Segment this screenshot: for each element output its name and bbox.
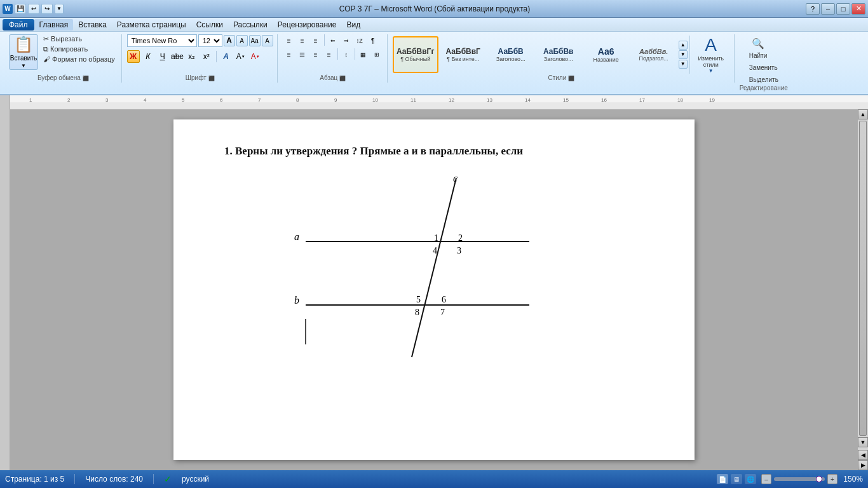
quick-access-customize[interactable]: ▼	[55, 4, 64, 14]
subscript-button[interactable]: x₂	[186, 50, 198, 63]
ruler-corner[interactable]	[0, 95, 10, 109]
style-no-spacing[interactable]: АаБбВвГ ¶ Без инте...	[440, 36, 486, 73]
title-bar: W 💾 ↩ ↪ ▼ СОР 3 7Г – Microsoft Word (Сбо…	[0, 0, 868, 18]
svg-text:3: 3	[105, 97, 109, 103]
font-size-select[interactable]: 12	[198, 34, 222, 47]
maximize-button[interactable]: □	[836, 3, 850, 15]
bold-button[interactable]: Ж	[127, 50, 140, 63]
superscript-button[interactable]: x²	[200, 50, 213, 63]
align-right-button[interactable]: ≡	[309, 48, 322, 61]
paste-button[interactable]: 📋 Вставить ▼	[9, 34, 38, 70]
select-button[interactable]: Выделить	[745, 75, 782, 85]
editing-label: Редактирование	[740, 85, 788, 93]
strikethrough-button[interactable]: abc	[171, 50, 184, 63]
text-effects-button[interactable]: A	[220, 50, 233, 63]
sort-button[interactable]: ↕Z	[353, 34, 366, 47]
quick-access-redo[interactable]: ↪	[41, 4, 53, 14]
help-button[interactable]: ?	[806, 3, 820, 15]
change-styles-button[interactable]: A Изменить стили ▼	[692, 35, 730, 74]
page-info[interactable]: Страница: 1 из 5	[5, 475, 64, 484]
svg-text:2: 2	[67, 97, 71, 103]
decrease-indent-button[interactable]: ⇐	[327, 34, 339, 47]
change-case-button[interactable]: Aa	[249, 35, 261, 46]
font-name-select[interactable]: Times New Ro	[127, 34, 197, 47]
zoom-level[interactable]: 150%	[840, 475, 863, 484]
show-marks-button[interactable]: ¶	[367, 34, 379, 47]
menu-references[interactable]: Ссылки	[191, 19, 228, 30]
menu-home[interactable]: Главная	[34, 19, 74, 30]
style-subtitle[interactable]: АаббВв. Подзагол...	[631, 36, 677, 73]
shading-button[interactable]: ▦	[357, 48, 370, 61]
menu-view[interactable]: Вид	[341, 19, 365, 30]
quick-access-undo[interactable]: ↩	[28, 4, 39, 14]
replace-button[interactable]: Заменить	[745, 63, 782, 72]
menu-insert[interactable]: Вставка	[73, 19, 112, 30]
view-web-button[interactable]: 🌐	[745, 474, 756, 484]
view-print-button[interactable]: 📄	[717, 474, 728, 484]
line-spacing-button[interactable]: ↕	[340, 48, 353, 61]
spell-check-icon[interactable]: ✓	[164, 474, 172, 484]
view-full-button[interactable]: 🖥	[731, 474, 742, 484]
scroll-down-button[interactable]: ▼	[858, 437, 868, 447]
justify-button[interactable]: ≡	[323, 48, 336, 61]
find-button[interactable]: 🔍 Найти	[745, 34, 771, 60]
scroll-prev-page[interactable]: ◀	[858, 450, 868, 460]
language[interactable]: русский	[182, 475, 209, 484]
bullets-button[interactable]: ≡	[283, 34, 295, 47]
quick-access-save[interactable]: 💾	[15, 4, 26, 14]
app-icon: W	[3, 4, 13, 14]
zoom-in-button[interactable]: +	[827, 474, 837, 484]
svg-text:6: 6	[220, 97, 223, 103]
underline-button[interactable]: Ч	[156, 50, 169, 63]
minimize-button[interactable]: –	[821, 3, 835, 15]
scroll-up-button[interactable]: ▲	[858, 109, 868, 119]
word-count[interactable]: Число слов: 240	[85, 475, 143, 484]
menu-mailings[interactable]: Рассылки	[228, 19, 273, 30]
zoom-slider[interactable]	[774, 477, 825, 481]
svg-text:10: 10	[372, 97, 378, 103]
document-area[interactable]: 1. Верны ли утверждения ? Прямые а и в п…	[10, 109, 858, 470]
increase-indent-button[interactable]: ⇒	[340, 34, 353, 47]
styles-group: АаБбВвГг ¶ Обычный АаБбВвГ ¶ Без инте...…	[389, 34, 735, 83]
align-left-button[interactable]: ≡	[283, 48, 295, 61]
svg-text:7: 7	[258, 97, 261, 103]
svg-text:16: 16	[601, 97, 607, 103]
font-color-button[interactable]: A▼	[249, 50, 262, 63]
svg-text:12: 12	[449, 97, 454, 103]
title-left-icons: W 💾 ↩ ↪ ▼	[3, 4, 64, 14]
svg-text:4: 4	[144, 97, 147, 103]
editing-group: 🔍 Найти Заменить Выделить Редактирование	[736, 34, 792, 83]
document-page[interactable]: 1. Верны ли утверждения ? Прямые а и в п…	[173, 119, 695, 460]
styles-scroll-up[interactable]: ▲	[679, 41, 688, 50]
copy-button[interactable]: ⧉ Копировать	[41, 44, 118, 54]
svg-text:14: 14	[525, 97, 531, 103]
italic-button[interactable]: К	[142, 50, 154, 63]
style-normal[interactable]: АаБбВвГг ¶ Обычный	[393, 36, 438, 73]
scroll-thumb[interactable]	[859, 121, 867, 436]
close-button[interactable]: ✕	[851, 3, 865, 15]
menu-file[interactable]: Файл	[3, 19, 34, 30]
scroll-next-page[interactable]: ▶	[858, 460, 868, 470]
format-painter-button[interactable]: 🖌 Формат по образцу	[41, 55, 118, 64]
zoom-out-button[interactable]: –	[761, 474, 771, 484]
cut-button[interactable]: ✂ Вырезать	[41, 34, 118, 44]
menu-page-layout[interactable]: Разметка страницы	[112, 19, 191, 30]
svg-line-23	[412, 178, 456, 357]
status-bar: Страница: 1 из 5 Число слов: 240 ✓ русск…	[0, 470, 868, 488]
styles-scroll-down[interactable]: ▼	[679, 50, 688, 59]
borders-button[interactable]: ⊞	[370, 48, 383, 61]
numbering-button[interactable]: ≡	[296, 34, 309, 47]
multilevel-button[interactable]: ≡	[309, 34, 322, 47]
clear-format-button[interactable]: A	[262, 35, 273, 46]
style-title[interactable]: Аа6 Название	[583, 36, 629, 73]
menu-review[interactable]: Рецензирование	[273, 19, 342, 30]
center-button[interactable]: ☰	[296, 48, 309, 61]
style-heading1[interactable]: АаБбВ Заголово...	[488, 36, 534, 73]
style-heading2[interactable]: АаБбВв Заголово...	[536, 36, 581, 73]
styles-expand[interactable]: ▼	[679, 60, 688, 69]
font-grow-button[interactable]: A	[224, 35, 235, 46]
svg-text:13: 13	[487, 97, 492, 103]
highlight-button[interactable]: A▼	[234, 50, 247, 63]
main-area: 1. Верны ли утверждения ? Прямые а и в п…	[0, 109, 868, 470]
font-shrink-button[interactable]: A	[236, 35, 248, 46]
